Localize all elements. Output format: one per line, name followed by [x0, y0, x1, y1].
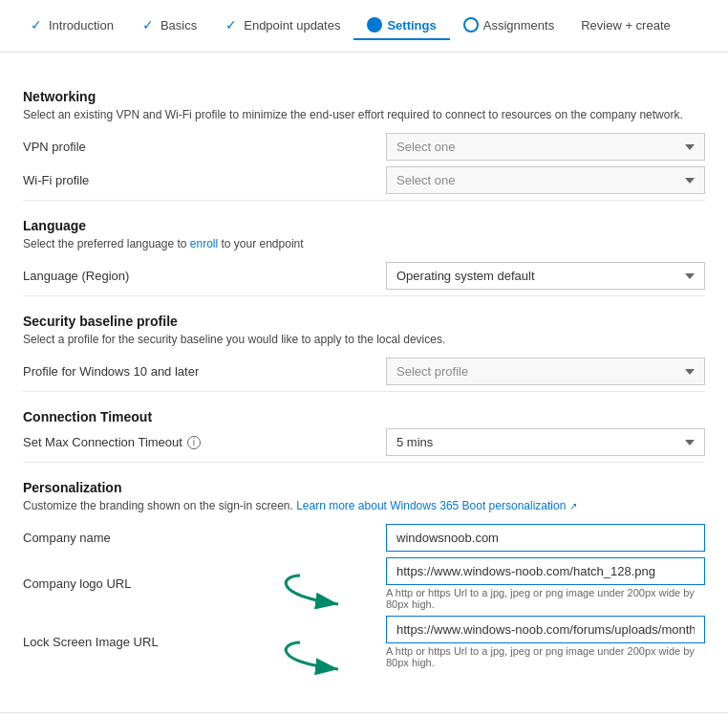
language-description: Select the preferred language to enroll …: [23, 237, 705, 250]
step-basics[interactable]: ✓ Basics: [127, 11, 210, 40]
language-region-select[interactable]: Operating system default: [386, 262, 705, 290]
check-icon-basics: ✓: [140, 17, 156, 33]
connection-timeout-row: Set Max Connection Timeout i 5 mins: [23, 428, 705, 456]
company-name-control: [386, 524, 705, 552]
connection-timeout-title: Connection Timeout: [23, 409, 705, 424]
step-review-create[interactable]: Review + create: [567, 12, 684, 40]
connection-timeout-text: Set Max Connection Timeout: [23, 435, 182, 449]
company-logo-row: Company logo URL A http or https Url to …: [23, 557, 705, 610]
active-circle-icon: [367, 17, 382, 33]
lock-screen-control: A http or https Url to a jpg, jpeg or pn…: [386, 616, 705, 668]
connection-timeout-select[interactable]: 5 mins: [386, 428, 705, 456]
step-review-label: Review + create: [581, 18, 671, 33]
company-name-label: Company name: [23, 531, 386, 545]
security-profile-row: Profile for Windows 10 and later Select …: [23, 358, 705, 385]
personalization-section: Personalization Customize the branding s…: [23, 480, 705, 668]
security-title: Security baseline profile: [23, 314, 705, 329]
step-endpoint-label: Endpoint updates: [244, 18, 340, 33]
language-title: Language: [23, 218, 705, 233]
check-icon: ✓: [29, 17, 44, 33]
language-desc-text: Select the preferred language to: [23, 237, 190, 250]
check-icon-endpoint: ✓: [224, 17, 239, 33]
security-profile-label: Profile for Windows 10 and later: [23, 364, 386, 379]
lock-screen-input[interactable]: [386, 616, 705, 643]
personalization-description: Customize the branding shown on the sign…: [23, 499, 705, 512]
external-link-icon: ↗: [569, 501, 577, 511]
networking-section: Networking Select an existing VPN and Wi…: [23, 89, 705, 194]
security-description: Select a profile for the security baseli…: [23, 333, 705, 346]
connection-timeout-control: 5 mins: [386, 428, 705, 456]
language-region-control: Operating system default: [386, 262, 705, 290]
wifi-profile-select[interactable]: Select one: [386, 166, 705, 194]
company-logo-label: Company logo URL: [23, 576, 386, 591]
company-name-row: Company name: [23, 524, 705, 552]
vpn-profile-select[interactable]: Select one: [386, 133, 705, 161]
language-region-label: Language (Region): [23, 269, 386, 283]
lock-screen-hint: A http or https Url to a jpg, jpeg or pn…: [386, 645, 705, 668]
wifi-label: Wi-Fi profile: [23, 173, 386, 187]
step-assignments[interactable]: Assignments: [450, 11, 567, 40]
wifi-profile-row: Wi-Fi profile Select one: [23, 166, 705, 194]
language-section: Language Select the preferred language t…: [23, 218, 705, 290]
company-logo-hint: A http or https Url to a jpg, jpeg or pn…: [386, 587, 705, 610]
step-settings[interactable]: Settings: [353, 11, 449, 40]
vpn-control: Select one: [386, 133, 705, 161]
step-basics-label: Basics: [161, 18, 197, 33]
empty-circle-icon: [463, 17, 479, 33]
security-profile-select[interactable]: Select profile: [386, 358, 705, 385]
lock-screen-label: Lock Screen Image URL: [23, 635, 386, 649]
security-section: Security baseline profile Select a profi…: [23, 314, 705, 385]
personalization-title: Personalization: [23, 480, 705, 495]
info-icon[interactable]: i: [187, 436, 201, 449]
step-assignments-label: Assignments: [483, 18, 554, 33]
vpn-label: VPN profile: [23, 140, 386, 154]
language-desc-rest: to your endpoint: [218, 237, 303, 250]
wizard-navigation: ✓ Introduction ✓ Basics ✓ Endpoint updat…: [0, 0, 728, 53]
learn-more-link[interactable]: Learn more about Windows 365 Boot person…: [296, 499, 566, 512]
wifi-control: Select one: [386, 166, 705, 194]
company-name-input[interactable]: [386, 524, 705, 552]
lock-screen-row: Lock Screen Image URL A http or https Ur…: [23, 616, 705, 668]
networking-title: Networking: [23, 89, 705, 104]
security-profile-control: Select profile: [386, 358, 705, 385]
language-region-row: Language (Region) Operating system defau…: [23, 262, 705, 290]
step-settings-label: Settings: [387, 18, 436, 33]
company-logo-control: A http or https Url to a jpg, jpeg or pn…: [386, 557, 705, 610]
company-logo-input[interactable]: [386, 557, 705, 585]
vpn-profile-row: VPN profile Select one: [23, 133, 705, 161]
enroll-link[interactable]: enroll: [190, 237, 218, 250]
main-content: Networking Select an existing VPN and Wi…: [0, 53, 728, 693]
step-endpoint-updates[interactable]: ✓ Endpoint updates: [210, 11, 353, 40]
connection-timeout-label: Set Max Connection Timeout i: [23, 435, 386, 449]
footer: Back Next: [0, 712, 728, 717]
step-introduction-label: Introduction: [49, 18, 114, 33]
connection-timeout-section: Connection Timeout Set Max Connection Ti…: [23, 409, 705, 456]
networking-description: Select an existing VPN and Wi-Fi profile…: [23, 108, 705, 121]
step-introduction[interactable]: ✓ Introduction: [15, 11, 127, 40]
personalization-desc-text: Customize the branding shown on the sign…: [23, 499, 296, 512]
